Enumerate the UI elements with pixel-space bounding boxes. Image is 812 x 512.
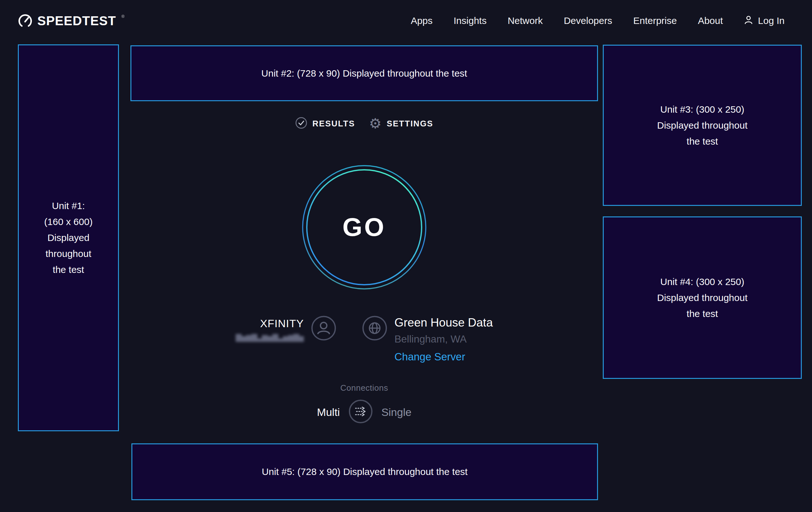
- settings-tab-label: SETTINGS: [386, 119, 433, 129]
- tab-settings[interactable]: ⚙ SETTINGS: [369, 118, 433, 129]
- ad-text-line: Displayed throughout: [657, 117, 748, 133]
- isp-text-block: XFINITY ▇▅▆▇▃▆▅▇▃▅▆▇▅: [236, 315, 304, 342]
- ad-text-line: Displayed throughout: [657, 290, 748, 306]
- ad-text-line: (160 x 600): [44, 214, 93, 230]
- connections-toggle: Multi Single: [317, 399, 411, 425]
- check-circle-icon: [295, 117, 308, 130]
- server-location: Bellingham, WA: [395, 333, 467, 345]
- ad-text-line: throughout: [46, 246, 91, 262]
- go-button-label: GO: [302, 165, 427, 290]
- settings-gear-icon: ⚙: [369, 118, 381, 129]
- toggle-option-multi[interactable]: Multi: [317, 406, 340, 419]
- globe-circle-icon: [362, 315, 387, 342]
- ad-text-line: the test: [687, 133, 718, 150]
- brand-name: SPEEDTEST: [37, 14, 116, 28]
- nav-item-about[interactable]: About: [698, 15, 723, 26]
- ad-text-line: Unit #3: (300 x 250): [660, 102, 744, 117]
- trademark-mark: ®: [121, 14, 125, 19]
- ad-text-line: the test: [53, 262, 84, 278]
- ad-text-line: Unit #4: (300 x 250): [660, 274, 744, 290]
- speedtest-main-panel: RESULTS ⚙ SETTINGS GO: [130, 0, 598, 512]
- ad-unit-1[interactable]: Unit #1: (160 x 600) Displayed throughou…: [18, 44, 119, 431]
- ad-text-line: Unit #1:: [52, 198, 85, 214]
- ad-text-line: the test: [687, 306, 718, 322]
- speedtest-logo[interactable]: SPEEDTEST ®: [18, 14, 124, 28]
- results-settings-tabs: RESULTS ⚙ SETTINGS: [295, 117, 433, 130]
- tab-results[interactable]: RESULTS: [295, 117, 355, 130]
- multi-connections-icon[interactable]: [348, 399, 373, 425]
- go-button[interactable]: GO: [302, 165, 427, 290]
- connection-info-row: XFINITY ▇▅▆▇▃▆▅▇▃▅▆▇▅: [236, 315, 493, 363]
- isp-info: XFINITY ▇▅▆▇▃▆▅▇▃▅▆▇▅: [236, 315, 337, 342]
- ad-unit-3[interactable]: Unit #3: (300 x 250) Displayed throughou…: [603, 45, 802, 206]
- gauge-icon: [18, 14, 32, 28]
- isp-name: XFINITY: [260, 317, 303, 330]
- isp-details-redacted: ▇▅▆▇▃▆▅▇▃▅▆▇▅: [236, 333, 304, 342]
- nav-item-enterprise[interactable]: Enterprise: [633, 15, 677, 26]
- server-info: Green House Data Bellingham, WA Change S…: [362, 315, 493, 363]
- server-name: Green House Data: [395, 316, 493, 329]
- login-button[interactable]: Log In: [744, 15, 785, 27]
- change-server-link[interactable]: Change Server: [395, 351, 465, 363]
- login-label: Log In: [758, 15, 785, 26]
- user-icon: [744, 15, 754, 27]
- toggle-option-single[interactable]: Single: [381, 406, 412, 419]
- ad-unit-4[interactable]: Unit #4: (300 x 250) Displayed throughou…: [603, 216, 802, 379]
- results-tab-label: RESULTS: [313, 119, 355, 129]
- user-circle-icon: [311, 315, 337, 342]
- connections-label: Connections: [340, 383, 388, 393]
- ad-text-line: Displayed: [48, 230, 90, 246]
- server-text-block: Green House Data Bellingham, WA Change S…: [395, 315, 493, 363]
